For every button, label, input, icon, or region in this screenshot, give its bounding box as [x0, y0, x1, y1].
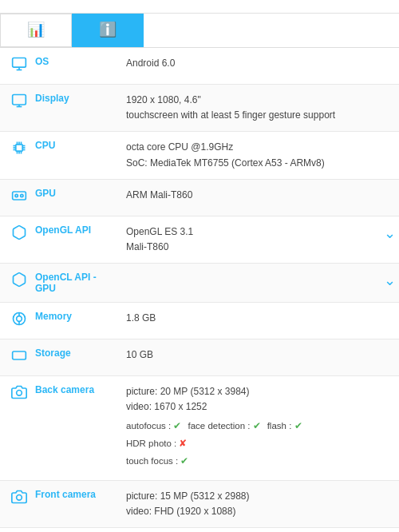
row-label-opencl: OpenCL API - GPU — [35, 264, 123, 303]
svg-point-21 — [21, 194, 23, 197]
check-icon: ✔ — [294, 421, 302, 431]
row-value-frontcam: picture: 15 MP (5312 x 2988) video: FHD … — [123, 480, 373, 527]
dropdown-cell-empty — [373, 376, 399, 481]
row-icon-opengl — [0, 216, 35, 263]
dropdown-cell-empty — [373, 132, 399, 179]
table-row-opengl: OpenGL API OpenGL ES 3.1Mali-T860 ⌄ — [0, 216, 399, 263]
row-value-storage: 10 GB — [123, 339, 373, 376]
row-value-os: Android 6.0 — [123, 48, 373, 85]
row-label-cpu: CPU — [35, 132, 123, 179]
row-value-opencl — [123, 264, 373, 303]
svg-point-30 — [17, 494, 22, 500]
tab-graphics[interactable]: 📊 — [0, 14, 72, 47]
row-icon-opencl — [0, 264, 35, 303]
info-table: OS Android 6.0 Display 1920 x 1080, 4.6"… — [0, 48, 399, 532]
feature-autofocus: autofocus : ✔ — [126, 419, 181, 433]
tab-bar: 📊 ℹ️ — [0, 14, 399, 48]
table-row-memory: Memory 1.8 GB — [0, 303, 399, 339]
row-icon-memory — [0, 303, 35, 339]
frontcam-line1: picture: 15 MP (5312 x 2988) — [126, 490, 250, 502]
table-row-frontcam: Front camera picture: 15 MP (5312 x 2988… — [0, 480, 399, 527]
check-icon: ✔ — [180, 456, 188, 466]
table-row-backcam: Back camera picture: 20 MP (5312 x 3984)… — [0, 376, 399, 481]
row-value-memory: 1.8 GB — [123, 303, 373, 339]
row-label-storage: Storage — [35, 339, 123, 376]
row-icon-os — [0, 48, 35, 85]
table-row-storage: Storage 10 GB — [0, 339, 399, 376]
table-row-cpu: CPU octa core CPU @1.9GHzSoC: MediaTek M… — [0, 132, 399, 179]
row-label-features: Features — [35, 528, 123, 532]
row-value-backcam: picture: 20 MP (5312 x 3984) video: 1670… — [123, 376, 373, 481]
check-icon: ✔ — [253, 421, 261, 431]
frontcam-line2: video: FHD (1920 x 1088) — [126, 506, 235, 517]
table-row-display: Display 1920 x 1080, 4.6"touchscreen wit… — [0, 85, 399, 132]
row-value-cpu: octa core CPU @1.9GHzSoC: MediaTek MT675… — [123, 132, 373, 179]
feature-face-detection: face detection : ✔ — [188, 419, 260, 433]
row-label-opengl: OpenGL API — [35, 216, 123, 263]
row-icon-cpu — [0, 132, 35, 179]
svg-point-20 — [15, 194, 18, 197]
table-row-features: Features accelerometer : ✔ altimeter : ✘… — [0, 528, 399, 532]
row-icon-storage — [0, 339, 35, 376]
feature-flash: flash : ✔ — [267, 419, 302, 433]
feature-HDR-photo: HDR photo : ✘ — [126, 436, 187, 451]
row-icon-gpu — [0, 179, 35, 216]
info-icon: ℹ️ — [99, 21, 117, 38]
table-row-gpu: GPU ARM Mali-T860 — [0, 179, 399, 216]
dropdown-icon[interactable]: ⌄ — [384, 225, 396, 241]
svg-rect-3 — [13, 95, 26, 105]
row-value-gpu: ARM Mali-T860 — [123, 179, 373, 216]
dropdown-cell: ⌄ — [373, 216, 399, 263]
dropdown-cell-empty — [373, 303, 399, 339]
row-value-display: 1920 x 1080, 4.6"touchscreen with at lea… — [123, 85, 373, 132]
svg-rect-0 — [13, 58, 26, 68]
dropdown-cell-empty — [373, 339, 399, 376]
tab-info[interactable]: ℹ️ — [72, 14, 144, 47]
svg-rect-26 — [13, 351, 26, 359]
row-icon-frontcam — [0, 480, 35, 527]
svg-rect-6 — [16, 145, 22, 151]
dropdown-cell-empty — [373, 85, 399, 132]
row-label-display: Display — [35, 85, 123, 132]
row-icon-display — [0, 85, 35, 132]
graphics-icon: 📊 — [27, 21, 45, 38]
dropdown-cell-empty — [373, 480, 399, 527]
dropdown-cell-empty — [373, 179, 399, 216]
row-label-os: OS — [35, 48, 123, 85]
cross-icon: ✘ — [179, 439, 187, 448]
svg-point-29 — [17, 391, 22, 396]
row-label-memory: Memory — [35, 303, 123, 339]
backcam-line1: picture: 20 MP (5312 x 3984) — [126, 386, 250, 397]
page-wrapper: 📊 ℹ️ OS Android 6.0 Display 1920 x 1080,… — [0, 0, 399, 532]
row-label-frontcam: Front camera — [35, 480, 123, 527]
row-value-features: accelerometer : ✔ altimeter : ✘ baromete… — [123, 528, 373, 532]
dropdown-icon[interactable]: ⌄ — [384, 272, 396, 288]
svg-point-23 — [17, 316, 22, 322]
table-row-os: OS Android 6.0 — [0, 48, 399, 85]
dropdown-cell-empty — [373, 528, 399, 532]
row-value-opengl: OpenGL ES 3.1Mali-T860 — [123, 216, 373, 263]
dropdown-cell-empty — [373, 48, 399, 85]
feature-touch: touch focus : ✔ — [126, 454, 188, 468]
dropdown-cell: ⌄ — [373, 264, 399, 303]
row-label-gpu: GPU — [35, 179, 123, 216]
table-row-opencl: OpenCL API - GPU ⌄ — [0, 264, 399, 303]
row-icon-backcam — [0, 376, 35, 481]
backcam-line2: video: 1670 x 1252 — [126, 401, 207, 412]
row-icon-features — [0, 528, 35, 532]
row-label-backcam: Back camera — [35, 376, 123, 481]
page-title — [0, 0, 399, 14]
check-icon: ✔ — [173, 421, 181, 431]
